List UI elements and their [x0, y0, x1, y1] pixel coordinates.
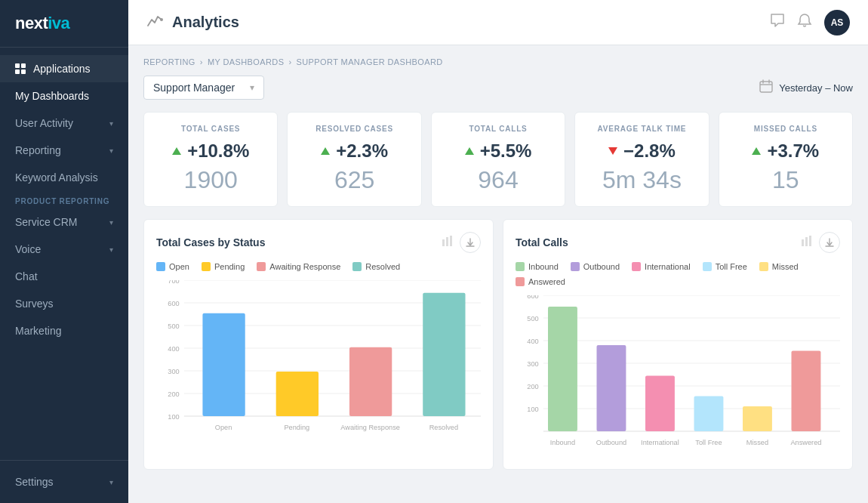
legend-missed-label: Missed: [772, 262, 799, 271]
bar-outbound: [597, 345, 626, 431]
sidebar-item-user-activity[interactable]: User Activity ▾: [0, 110, 128, 137]
legend-outbound-label: Outbound: [583, 262, 620, 271]
calls-bar-chart: 600 500 400 300 200 100: [516, 295, 840, 454]
dashboard-selector[interactable]: Support Manager ▾: [143, 76, 264, 100]
sidebar-item-my-dashboards[interactable]: My Dashboards: [0, 82, 128, 110]
svg-rect-25: [809, 236, 811, 246]
svg-text:Pending: Pending: [284, 424, 309, 431]
bar-open: [202, 313, 245, 416]
chart-calls-download[interactable]: [819, 232, 840, 253]
sidebar-item-service-crm[interactable]: Service CRM ▾: [0, 208, 128, 236]
header-right: AS: [770, 10, 850, 35]
page-title: Analytics: [172, 14, 239, 31]
header-left: Analytics: [146, 12, 239, 32]
svg-text:200: 200: [168, 390, 179, 398]
bar-international: [645, 376, 675, 432]
arrow-up-icon-4: [752, 147, 761, 155]
svg-text:600: 600: [168, 300, 179, 307]
legend-resolved: Resolved: [352, 262, 400, 271]
sidebar-item-keyword-analysis[interactable]: Keyword Analysis: [0, 164, 128, 191]
sidebar-logo: nextiva: [0, 0, 128, 48]
sidebar-item-surveys[interactable]: Surveys: [0, 290, 128, 317]
legend-missed: Missed: [759, 262, 799, 271]
breadcrumb-sep-2: ›: [288, 57, 291, 66]
chart-cases-header: Total Cases by Status: [156, 232, 481, 253]
user-activity-label: User Activity: [15, 117, 73, 129]
grid-icon: [15, 63, 26, 74]
svg-text:200: 200: [527, 383, 538, 390]
service-crm-label: Service CRM: [15, 216, 77, 228]
bar-toll-free: [694, 397, 724, 432]
page-content: Reporting › My Dashboards › Support Mana…: [128, 45, 868, 503]
chat-icon[interactable]: [770, 13, 785, 32]
chart-calls-legend: Inbound Outbound International Toll Free: [516, 262, 840, 286]
sidebar-item-voice[interactable]: Voice ▾: [0, 236, 128, 263]
svg-text:Toll Free: Toll Free: [695, 439, 722, 446]
sidebar-item-applications[interactable]: Applications: [0, 55, 128, 82]
kpi-total-calls-label: TOTAL CALLS: [469, 125, 527, 133]
chart-cases-download[interactable]: [460, 232, 481, 253]
kpi-total-cases-change: +10.8%: [172, 140, 249, 162]
product-reporting-title: PRODUCT REPORTING: [0, 191, 128, 208]
breadcrumb-support-manager: Support Manager Dashboard: [297, 57, 443, 66]
sidebar-item-reporting[interactable]: Reporting ▾: [0, 137, 128, 164]
sidebar-item-applications-label: Applications: [33, 63, 91, 75]
chart-calls-bars-icon: [801, 235, 813, 250]
legend-outbound: Outbound: [571, 262, 620, 271]
svg-text:400: 400: [527, 338, 538, 345]
reporting-label: Reporting: [15, 144, 61, 156]
svg-rect-4: [450, 236, 452, 246]
legend-inbound-dot: [516, 262, 525, 271]
kpi-total-cases-label: TOTAL CASES: [181, 125, 240, 133]
breadcrumb-sep-1: ›: [200, 57, 203, 66]
legend-awaiting-label: Awaiting Response: [269, 262, 340, 271]
user-avatar[interactable]: AS: [824, 10, 850, 35]
legend-pending-dot: [202, 262, 211, 271]
svg-text:300: 300: [527, 360, 538, 368]
breadcrumb-reporting: Reporting: [143, 57, 195, 66]
sidebar-item-marketing[interactable]: Marketing: [0, 317, 128, 344]
kpi-card-total-calls: TOTAL CALLS +5.5% 964: [431, 112, 565, 207]
sidebar-item-chat[interactable]: Chat: [0, 263, 128, 290]
sidebar-item-settings[interactable]: Settings ▾: [0, 468, 128, 495]
chart-cases: Total Cases by Status Open: [143, 219, 494, 470]
kpi-total-cases-value: 1900: [184, 166, 238, 194]
date-range-label: Yesterday – Now: [779, 82, 853, 94]
svg-rect-1: [760, 82, 772, 92]
arrow-up-icon-2: [321, 147, 330, 155]
logo-text: nextiva: [15, 14, 113, 33]
chat-label: Chat: [15, 270, 38, 282]
bar-inbound: [548, 307, 577, 431]
legend-answered-dot: [516, 277, 525, 286]
kpi-avg-talk-time-value: 5m 34s: [602, 166, 682, 194]
svg-text:Open: Open: [215, 424, 232, 431]
svg-text:500: 500: [527, 315, 538, 322]
charts-row: Total Cases by Status Open: [143, 219, 853, 470]
reporting-chevron: ▾: [109, 147, 113, 155]
top-bar: Support Manager ▾ Yesterday – Now: [143, 76, 853, 100]
chart-cases-title: Total Cases by Status: [156, 236, 265, 248]
svg-text:700: 700: [168, 280, 179, 285]
kpi-total-calls-change: +5.5%: [465, 140, 532, 162]
legend-open-label: Open: [169, 262, 189, 271]
kpi-avg-talk-time-label: AVERAGE TALK TIME: [598, 125, 687, 133]
arrow-down-icon: [608, 147, 617, 155]
surveys-label: Surveys: [15, 298, 54, 310]
legend-answered-label: Answered: [528, 277, 565, 286]
legend-open-dot: [156, 262, 165, 271]
svg-rect-24: [805, 237, 808, 246]
notification-icon[interactable]: [797, 13, 812, 32]
legend-inbound-label: Inbound: [528, 262, 559, 271]
date-range-display[interactable]: Yesterday – Now: [759, 79, 853, 96]
legend-missed-dot: [759, 262, 768, 271]
kpi-card-missed-calls: MISSED CALLS +3.7% 15: [719, 112, 853, 207]
legend-international-dot: [632, 262, 641, 271]
settings-label: Settings: [15, 476, 54, 488]
sidebar: nextiva Applications My Dashboards User …: [0, 0, 128, 503]
marketing-label: Marketing: [15, 325, 61, 337]
svg-rect-23: [802, 239, 804, 246]
chart-calls: Total Calls Inbound: [503, 219, 853, 470]
kpi-row: TOTAL CASES +10.8% 1900 RESOLVED CASES +…: [143, 112, 853, 207]
svg-text:100: 100: [527, 406, 538, 413]
svg-text:Resolved: Resolved: [429, 424, 458, 431]
